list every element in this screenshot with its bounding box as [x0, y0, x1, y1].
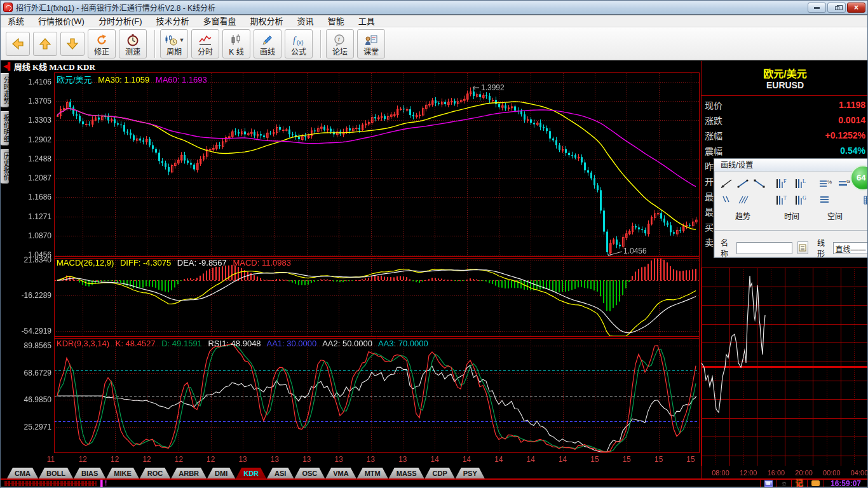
space-lines-icon[interactable] [818, 193, 833, 207]
quote-row-0: 现价1.1198 [702, 97, 868, 112]
kdr-aa1: AA1: 30.0000 [267, 339, 317, 348]
minimize-button[interactable] [808, 3, 826, 13]
indicator-tab-arbr[interactable]: ARBR [171, 468, 207, 478]
menu-item-8[interactable]: 工具 [351, 15, 382, 27]
toolbar-button-kline[interactable]: K 线 [222, 29, 250, 58]
kdr-name: KDR(9,3,3,14) [57, 339, 109, 348]
indicator-tab-mike[interactable]: MIKE [106, 468, 139, 478]
indicator-tab-mtm[interactable]: MTM [357, 468, 388, 478]
time-t-icon[interactable]: T [775, 193, 790, 207]
arrow-left-button[interactable] [6, 32, 30, 56]
toolbar-button-draw[interactable]: 画线 [254, 29, 281, 58]
menu-item-0[interactable]: 系统 [1, 15, 31, 27]
restore-button[interactable] [827, 3, 846, 13]
toolbar-button-label: K 线 [229, 48, 243, 57]
lineshape-select[interactable]: 直线—— [833, 242, 868, 254]
quote-label: 现价 [705, 98, 722, 111]
app-logo-icon [3, 3, 13, 12]
toolbar-button-forum[interactable]: t论坛 [326, 29, 354, 58]
toolbar-button-formula[interactable]: f(x)公式 [285, 29, 313, 58]
indicator-tab-psy[interactable]: PSY [456, 468, 485, 478]
app-window: 招行外汇1(fxhq1) - 招商银行外汇通行情分析V2.8 - K线分析 × … [0, 0, 868, 488]
time-lucas-icon[interactable]: L [794, 177, 809, 191]
toolbar-button-intraday[interactable]: 分时 [191, 29, 219, 58]
kline-icon [229, 32, 243, 48]
macd-legend: MACD(26,12,9) DIFF: -4.3075 DEA: -9.8567… [57, 258, 295, 268]
toolbar-separator [320, 30, 322, 58]
quote-row-2: 涨幅+0.1252% [702, 128, 868, 143]
name-label: 名称 [721, 237, 733, 259]
trend-line-icon[interactable] [719, 177, 734, 191]
macd-dea: DEA: -9.8567 [177, 258, 227, 268]
indicator-tab-kdr[interactable]: KDR [236, 468, 266, 478]
side-tab-1[interactable]: 报价明细 [1, 111, 9, 146]
trend-segment-icon[interactable] [735, 177, 750, 191]
list-button[interactable] [797, 241, 808, 254]
intraday-mini-chart-canvas[interactable] [702, 268, 868, 480]
grid-tool-icon[interactable] [861, 193, 868, 207]
chart-title-icon: ◄▌ [2, 62, 11, 70]
indicator-tab-cma[interactable]: CMA [7, 468, 38, 478]
svg-text:G: G [803, 195, 806, 201]
indicator-tab-mass[interactable]: MASS [389, 468, 424, 478]
period-icon: ▼ [164, 32, 185, 48]
trend-down-segment-icon[interactable] [752, 177, 767, 191]
menu-bar: 系统行情报价(W)分时分析(F)技术分析多窗看盘期权分析资讯智能工具 [1, 15, 868, 27]
menu-item-6[interactable]: 资讯 [290, 15, 321, 27]
indicator-tab-osc[interactable]: OSC [294, 468, 325, 478]
alarm-icon: ☼ [781, 480, 787, 487]
indicator-tab-dmi[interactable]: DMI [207, 468, 235, 478]
toolbar-button-label: 修正 [94, 48, 109, 57]
drawline-settings-dialog: 画线/设置 趋势 [714, 158, 868, 258]
quote-value: 1.1198 [839, 100, 865, 110]
indicator-tab-roc[interactable]: ROC [140, 468, 170, 478]
toolbar-button-period[interactable]: ▼周期 [160, 29, 188, 58]
indicator-tab-asi[interactable]: ASI [267, 468, 294, 478]
kdr-aa3: AA3: 70.0000 [378, 339, 428, 348]
quote-row-1: 涨跌0.0014 [702, 112, 868, 128]
space-percent-icon[interactable]: % [818, 177, 833, 191]
quote-value: +0.1252% [825, 130, 865, 140]
minimize-icon [814, 7, 820, 9]
svg-text:T: T [783, 195, 787, 201]
arrow-up-button[interactable] [33, 32, 57, 56]
toolbar-button-label: 论坛 [332, 48, 348, 57]
toolbar-button-label: 分时 [198, 48, 213, 57]
arrow-down-button[interactable] [60, 32, 85, 56]
draw-icon [261, 32, 275, 48]
close-icon: × [854, 4, 858, 11]
main-chart-canvas[interactable] [11, 72, 700, 468]
menu-item-4[interactable]: 多窗看盘 [196, 15, 243, 27]
chart-workspace: ◄▌ 周线 K线 MACD KDR 分时走势报价明细历史报价 欧元/美元 MA3… [1, 60, 868, 487]
time-gann-icon[interactable]: G [794, 193, 809, 207]
window-title: 招行外汇1(fxhq1) - 招商银行外汇通行情分析V2.8 - K线分析 [16, 2, 215, 13]
hatch-lines-icon[interactable] [735, 193, 750, 207]
indicator-tab-cdp[interactable]: CDP [425, 468, 455, 478]
parallel-lines-icon[interactable] [719, 193, 734, 207]
news-ticker [4, 481, 97, 486]
group-label-time: 时间 [773, 210, 811, 221]
indicator-tab-boll[interactable]: BOLL [39, 468, 73, 478]
toolbar-button-speed[interactable]: 测速 [119, 29, 147, 58]
toolbar-button-class[interactable]: 课堂 [357, 29, 385, 58]
menu-item-2[interactable]: 分时分析(F) [92, 15, 149, 27]
indicator-tab-bias[interactable]: BIAS [74, 468, 105, 478]
side-tab-0[interactable]: 分时走势 [1, 73, 9, 107]
group-label-trend: 趋势 [718, 210, 768, 221]
menu-item-1[interactable]: 行情报价(W) [31, 15, 92, 27]
name-input[interactable] [736, 242, 792, 254]
menu-item-3[interactable]: 技术分析 [149, 15, 196, 27]
monitor-icon [764, 480, 773, 487]
side-tab-2[interactable]: 历史报价 [1, 149, 9, 184]
menu-item-7[interactable]: 智能 [321, 15, 351, 27]
intraday-icon [198, 32, 212, 48]
arrow-down-icon [65, 36, 79, 51]
menu-item-5[interactable]: 期权分析 [243, 15, 290, 27]
kdr-aa2: AA2: 50.0000 [322, 339, 372, 348]
toolbar-button-revise[interactable]: 修正 [88, 29, 116, 58]
arrow-up-icon [38, 36, 52, 51]
close-button[interactable]: × [847, 3, 865, 13]
message-icon [811, 480, 820, 486]
time-fibonacci-icon[interactable]: F [775, 177, 790, 191]
indicator-tab-vma[interactable]: VMA [325, 468, 356, 478]
